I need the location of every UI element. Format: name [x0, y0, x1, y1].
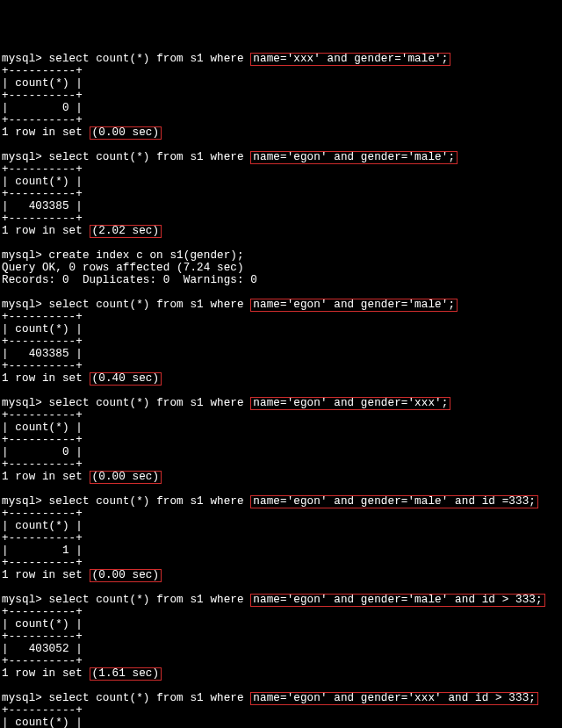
where-clause-highlight: name='xxx' and gender='male';	[250, 53, 450, 66]
terminal-line: +----------+	[2, 335, 560, 348]
mysql-prompt: mysql>	[2, 594, 49, 606]
terminal-line: 1 row in set (0.00 sec)	[2, 569, 560, 581]
table-border: +----------+	[2, 631, 83, 643]
table-border: +----------+	[2, 90, 83, 102]
table-border: +----------+	[2, 655, 83, 667]
result-summary: 1 row in set	[2, 471, 90, 483]
table-border: +----------+	[2, 557, 83, 569]
timing-highlight: (0.00 sec)	[90, 569, 162, 582]
terminal-line: 1 row in set (0.00 sec)	[2, 126, 560, 139]
terminal-line: +----------+	[2, 631, 560, 643]
terminal-line: 1 row in set (1.61 sec)	[2, 667, 560, 680]
table-header: | count(*) |	[2, 422, 83, 434]
terminal-line: +----------+	[2, 188, 560, 200]
result-summary: 1 row in set	[2, 225, 90, 237]
terminal-line	[2, 483, 560, 495]
terminal-line: +----------+	[2, 434, 560, 446]
table-border: +----------+	[2, 114, 83, 126]
terminal-line: | 403385 |	[2, 348, 560, 360]
table-header: | count(*) |	[2, 323, 83, 335]
terminal-line	[2, 680, 560, 692]
terminal-line: +----------+	[2, 557, 560, 569]
where-clause-highlight: name='egon' and gender='xxx';	[250, 397, 450, 410]
table-header: | count(*) |	[2, 520, 83, 532]
terminal-line: +----------+	[2, 213, 560, 225]
table-header: | count(*) |	[2, 77, 83, 90]
result-summary: 1 row in set	[2, 126, 90, 139]
sql-statement: select count(*) from s1 where	[49, 151, 251, 163]
terminal-line: Records: 0 Duplicates: 0 Warnings: 0	[2, 274, 560, 286]
terminal-line: | 0 |	[2, 446, 560, 458]
terminal-line	[2, 286, 560, 299]
table-border: +----------+	[2, 188, 83, 200]
terminal-line: | 403385 |	[2, 200, 560, 213]
terminal-line: 1 row in set (2.02 sec)	[2, 225, 560, 237]
table-header: | count(*) |	[2, 618, 83, 631]
where-clause-highlight: name='egon' and gender='male';	[250, 151, 458, 164]
terminal-line: mysql> select count(*) from s1 where nam…	[2, 692, 560, 704]
terminal-line: +----------+	[2, 704, 560, 717]
mysql-prompt: mysql>	[2, 397, 49, 409]
table-border: +----------+	[2, 532, 83, 544]
intermezzo-line: mysql> create index c on s1(gender);	[2, 249, 244, 262]
table-value: | 403385 |	[2, 348, 83, 360]
timing-highlight: (0.00 sec)	[90, 126, 162, 140]
terminal-line: | 1 |	[2, 544, 560, 557]
intermezzo-line: Records: 0 Duplicates: 0 Warnings: 0	[2, 274, 257, 286]
terminal-line	[2, 385, 560, 397]
table-border: +----------+	[2, 458, 83, 471]
terminal-line: mysql> select count(*) from s1 where nam…	[2, 594, 560, 606]
sql-statement: select count(*) from s1 where	[49, 692, 251, 704]
terminal-line: +----------+	[2, 163, 560, 176]
where-clause-highlight: name='egon' and gender='male' and id =33…	[250, 495, 538, 508]
mysql-prompt: mysql>	[2, 692, 49, 704]
table-header: | count(*) |	[2, 176, 83, 188]
result-summary: 1 row in set	[2, 667, 90, 680]
terminal-line: | count(*) |	[2, 176, 560, 188]
table-border: +----------+	[2, 65, 83, 77]
terminal-line: mysql> select count(*) from s1 where nam…	[2, 53, 560, 65]
mysql-prompt: mysql>	[2, 299, 49, 311]
mysql-prompt: mysql>	[2, 495, 49, 508]
terminal-line: 1 row in set (0.00 sec)	[2, 471, 560, 483]
table-border: +----------+	[2, 163, 83, 176]
terminal-line	[2, 139, 560, 151]
table-header: | count(*) |	[2, 717, 83, 728]
timing-highlight: (0.00 sec)	[90, 471, 162, 484]
result-summary: 1 row in set	[2, 569, 90, 581]
timing-highlight: (1.61 sec)	[90, 667, 162, 681]
terminal-line: | 403052 |	[2, 643, 560, 655]
timing-highlight: (2.02 sec)	[90, 225, 162, 238]
terminal-line: | 0 |	[2, 102, 560, 114]
table-border: +----------+	[2, 409, 83, 422]
terminal-line: mysql> create index c on s1(gender);	[2, 249, 560, 262]
table-border: +----------+	[2, 213, 83, 225]
where-clause-highlight: name='egon' and gender='male' and id > 3…	[250, 594, 544, 607]
terminal-line: Query OK, 0 rows affected (7.24 sec)	[2, 262, 560, 274]
where-clause-highlight: name='egon' and gender='male';	[250, 299, 458, 312]
terminal-line: mysql> select count(*) from s1 where nam…	[2, 495, 560, 508]
table-value: | 403052 |	[2, 643, 83, 655]
table-value: | 403385 |	[2, 200, 83, 213]
table-border: +----------+	[2, 360, 83, 372]
terminal-line: +----------+	[2, 90, 560, 102]
table-border: +----------+	[2, 704, 83, 717]
terminal-line: +----------+	[2, 655, 560, 667]
table-value: | 0 |	[2, 446, 83, 458]
terminal-line: mysql> select count(*) from s1 where nam…	[2, 151, 560, 163]
terminal-line: +----------+	[2, 458, 560, 471]
terminal-line: | count(*) |	[2, 323, 560, 335]
terminal-line: | count(*) |	[2, 717, 560, 728]
table-border: +----------+	[2, 335, 83, 348]
terminal-output: mysql> select count(*) from s1 where nam…	[2, 53, 560, 728]
table-border: +----------+	[2, 508, 83, 520]
terminal-line: | count(*) |	[2, 77, 560, 90]
terminal-line: mysql> select count(*) from s1 where nam…	[2, 397, 560, 409]
terminal-line: 1 row in set (0.40 sec)	[2, 372, 560, 385]
sql-statement: select count(*) from s1 where	[49, 594, 251, 606]
terminal-line: +----------+	[2, 311, 560, 323]
result-summary: 1 row in set	[2, 372, 90, 385]
mysql-prompt: mysql>	[2, 151, 49, 163]
sql-statement: select count(*) from s1 where	[49, 299, 251, 311]
table-value: | 0 |	[2, 102, 83, 114]
